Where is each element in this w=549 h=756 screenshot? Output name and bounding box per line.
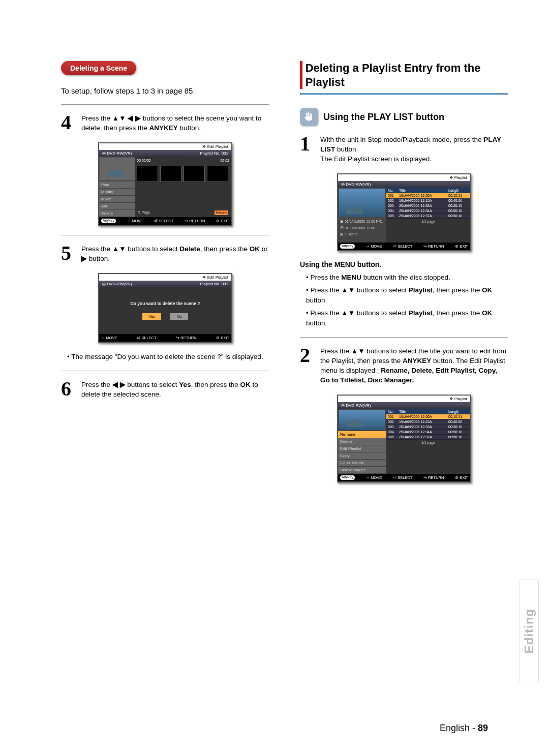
heading-row: Deleting a Playlist Entry from the Playl…: [300, 61, 508, 89]
t: 001: [388, 194, 399, 197]
ss-title: ❖ Playlist: [338, 174, 470, 181]
anykey-icon: Anykey: [340, 475, 355, 480]
subheading-row: Using the PLAY LIST button: [300, 108, 508, 126]
step-number: 2: [300, 347, 315, 385]
t: 19/JAN/2005 12:15A: [399, 199, 448, 202]
divider: [61, 104, 269, 105]
arrows-icon: ◀ ▶: [112, 381, 126, 388]
t: buttons to select: [126, 245, 180, 253]
t: ⏎ SELECT: [393, 244, 412, 249]
t: Press the: [81, 381, 112, 388]
t: , then press the: [433, 286, 482, 294]
thumbnail-icon: [100, 158, 138, 180]
red-bar-icon: [300, 61, 302, 89]
confirm-dialog: Do you want to delete the scene ? Yes No: [99, 287, 231, 334]
t: button.: [431, 357, 454, 365]
t: button with the disc stopped.: [361, 274, 450, 281]
ss-header: ◎ DVD-RW(VR) Playlist No. 001: [99, 281, 231, 287]
scene-thumb: [184, 166, 205, 182]
screenshot-playlist-menu: ❖ Playlist ◎ DVD-RW(VR) Rename Delete Ed…: [337, 395, 471, 482]
ss-left: Rename Delete Edit Playlist Copy Go to T…: [338, 409, 386, 474]
thumbnail-icon: [339, 410, 385, 430]
t: button.: [178, 124, 201, 132]
t: 00:02: [220, 159, 229, 162]
ss-body: Rename Delete Edit Playlist Copy Go to T…: [338, 409, 470, 474]
page-number: 89: [478, 723, 488, 733]
t: 00:10:21: [448, 194, 469, 197]
section-pill: Deleting a Scene: [61, 61, 136, 75]
table-row: 00320/JAN/2005 12:33A00:20:15: [386, 203, 470, 208]
t: Press the: [310, 286, 341, 294]
menu-item: Modify: [99, 189, 135, 196]
t: ANYKEY: [149, 124, 178, 132]
t: 005: [388, 435, 399, 439]
step-5: 5 Press the ▲▼ buttons to select Delete,…: [61, 245, 269, 264]
t: OK: [250, 245, 260, 253]
t: 00:40:06: [448, 420, 469, 424]
t: 20/JAN/2005 12:33A: [399, 204, 448, 207]
thumbnail-icon: [339, 189, 385, 217]
t: 001: [388, 415, 399, 418]
ss-body: Play Modify Move Add Delete 00:00/00 00:…: [99, 157, 231, 217]
table-row: 00219/JAN/2005 12:15A00:40:06: [386, 198, 470, 203]
t: 18/JAN/2005 12:00A: [399, 415, 448, 418]
step-6: 6 Press the ◀ ▶ buttons to select Yes, t…: [61, 380, 269, 400]
t: ⊘ EXIT: [216, 336, 229, 340]
t: Playlist: [409, 286, 433, 294]
page-indicator: 1/1 page: [386, 440, 470, 445]
menu-item: Edit Playlist: [338, 445, 386, 452]
t: 00:20:15: [448, 204, 469, 207]
t: ◎ DVD-RW(VR): [102, 282, 132, 286]
bullet: • Press the ▲▼ buttons to select Playlis…: [306, 285, 508, 305]
t: 002: [388, 420, 399, 424]
bullet: • Press the ▲▼ buttons to select Playlis…: [306, 308, 508, 328]
t: ↔ MOVE: [366, 244, 382, 249]
t: ⊘ EXIT: [455, 475, 468, 480]
t: 005: [388, 214, 399, 218]
page: Deleting a Scene To setup, follow steps …: [0, 0, 549, 756]
t: Playlist No. 001: [200, 151, 228, 156]
t: Press the: [310, 274, 341, 281]
ss-left: ▣ 01/JAN/2005 12:00 PR1 ⦿ 01/JAN/2005 12…: [338, 188, 386, 243]
table-row: 00425/JAN/2005 12:34A00:50:16: [386, 208, 470, 214]
ss-footer: Anykey ↔ MOVE ⏎ SELECT ↪ RETURN ⊘ EXIT: [99, 217, 231, 225]
timebar: 00:00/00 00:02: [137, 159, 229, 162]
context-menu: Rename Delete Edit Playlist Copy Go to T…: [338, 431, 386, 474]
t: MENU: [341, 274, 361, 281]
return-button: Return: [215, 210, 228, 215]
dialog-text: Do you want to delete the scene ?: [131, 301, 200, 306]
step-2: 2 Press the ▲▼ buttons to select the tit…: [300, 347, 508, 385]
ss-header: ◎ DVD-RW(VR) Playlist No. 001: [99, 150, 231, 157]
sub-heading: Using the MENU button.: [300, 260, 508, 268]
t: or: [260, 245, 268, 253]
t: 00:50:16: [448, 430, 469, 434]
step-text: Press the ▲▼ ◀ ▶ buttons to select the s…: [81, 114, 269, 133]
t: buttons to select: [355, 309, 409, 317]
t: buttons to select: [355, 286, 409, 294]
bullet: • The message "Do you want to delete the…: [67, 352, 269, 362]
t: No.: [388, 189, 399, 192]
t: 00:20:15: [448, 425, 469, 429]
screenshot-playlist: ❖ Playlist ◎ DVD-RW(VR) ▣ 01/JAN/2005 12…: [337, 173, 471, 251]
t: Length: [448, 410, 469, 413]
arrows-icon: ▲▼: [351, 347, 365, 355]
t: Press the: [310, 309, 341, 317]
t: Press the: [320, 347, 351, 355]
t: ↔ MOVE: [127, 219, 143, 223]
bullet: • Press the MENU button with the disc st…: [306, 273, 508, 283]
ss-footer: Anykey ↔ MOVE ⏎ SELECT ↪ RETURN ⊘ EXIT: [338, 474, 470, 481]
menu-item: Delete: [99, 210, 135, 217]
t: , then press the: [433, 309, 482, 317]
t: ↔ MOVE: [101, 336, 117, 340]
scene-thumb: [160, 166, 181, 182]
step-text: Press the ▲▼ buttons to select Delete, t…: [81, 245, 269, 264]
arrow-icon: ▶: [81, 255, 87, 262]
t: The message "Do you want to delete the s…: [71, 353, 263, 360]
t: Press the: [81, 114, 112, 122]
menu-item: Go to Titlelist: [338, 460, 386, 467]
left-column: Deleting a Scene To setup, follow steps …: [61, 61, 269, 722]
t: 00:10:21: [448, 415, 469, 418]
menu-item: Add: [99, 203, 135, 210]
t: ↔ MOVE: [366, 475, 382, 480]
ss-title: ❖ Edit Playlist: [99, 274, 231, 281]
